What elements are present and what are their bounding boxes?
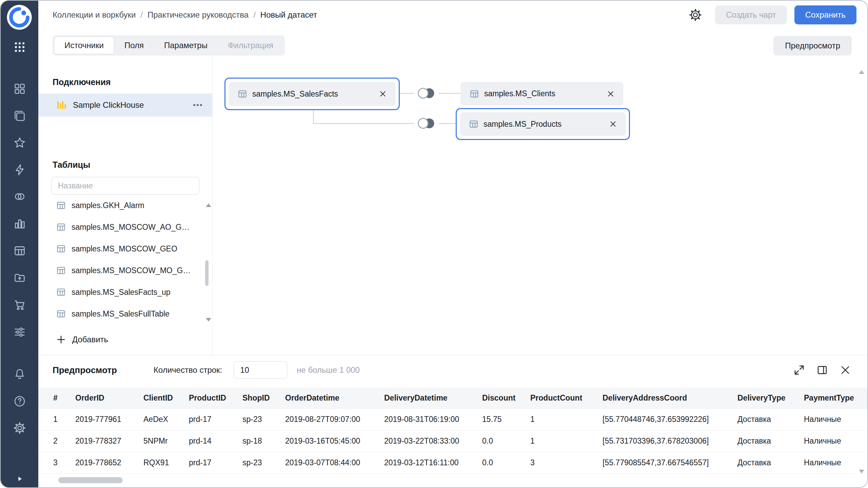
remove-node-icon[interactable] [379,90,387,98]
preview-cell: Наличные [804,415,867,424]
breadcrumb-collections[interactable]: Коллекции и воркбуки [53,10,136,20]
preview-cell: [55.731703396,37.678203006] [603,436,737,446]
preview-cell: 2019-03-16T05:45:00 [285,436,384,446]
preview-column-header: ProductCount [530,393,603,403]
charts-icon[interactable] [1,217,38,230]
preview-cell: Доставка [737,436,804,446]
table-name: samples.MS_SalesFullTable [72,309,170,319]
node-selection: samples.MS_SalesFacts [224,78,400,110]
table-list-item[interactable]: samples.MS_SalesFacts_up [38,281,212,303]
list-scrollbar-thumb[interactable] [205,260,209,286]
remove-node-icon[interactable] [607,90,615,98]
table-icon [56,287,66,297]
preview-column-header: OrderDatetime [285,393,384,403]
preview-row: 12019-777961AeDeXprd-17sp-232019-08-27T0… [38,409,867,430]
table-name: samples.MS_MOSCOW_GEO [72,244,177,253]
tables-title: Таблицы [53,160,90,170]
collections-icon[interactable] [1,109,38,122]
table-list-item[interactable]: samples.MS_MOSCOW_AO_G… [38,216,212,238]
table-icon [237,89,248,99]
notifications-icon[interactable] [1,368,38,381]
table-search-input[interactable] [52,177,199,195]
canvas-scroll-up-arrow[interactable] [859,70,864,74]
preview-cell: 1 [530,415,603,424]
preview-toggle-button[interactable]: Предпросмотр [773,36,852,56]
tab-sources[interactable]: Источники [54,37,114,54]
tab-fields[interactable]: Поля [114,37,154,54]
preview-column-header: DeliveryAddressCoord [603,393,737,403]
preview-cell: [55.770448746,37.653992226] [603,415,737,424]
preview-cell: 3 [530,458,603,467]
table-list-item[interactable]: samples.MS_SalesFullTable [38,303,212,325]
plus-icon [56,334,66,345]
apps-grid-icon[interactable] [1,41,38,54]
preview-column-header: OrderID [75,393,143,403]
list-scroll-up-arrow[interactable] [206,203,211,207]
marketplace-icon[interactable] [1,299,38,311]
table-name: samples.GKH_Alarm [72,201,144,210]
preview-cell: 2 [53,436,75,446]
dashboards-icon[interactable] [1,244,38,257]
settings-gear-icon[interactable] [1,422,38,434]
preview-cell: 0.0 [482,458,530,467]
source-node-products[interactable]: samples.MS_Products [460,113,626,136]
tab-parameters[interactable]: Параметры [154,37,218,54]
node-label: samples.MS_Products [484,120,561,129]
preview-cell: 0.0 [482,436,530,446]
preview-row: 32019-778652RQX91prd-17sp-232019-03-07T0… [38,452,867,474]
table-list-item[interactable]: samples.MS_MOSCOW_GEO [38,238,212,260]
breadcrumb-current: Новый датасет [260,10,317,20]
preview-cell: Наличные [804,436,867,446]
breadcrumb-separator: / [253,10,256,20]
connections-panel: Подключения Sample ClickHouse Таблицы sa… [38,56,213,355]
preview-column-header: ProductID [189,393,242,403]
preview-cell: Доставка [737,458,804,467]
list-scroll-down-arrow[interactable] [206,318,211,322]
join-icon[interactable] [414,85,438,101]
preview-cell: 2019-778327 [75,436,143,446]
connections-title: Подключения [53,77,111,87]
connection-menu-icon[interactable] [192,99,203,111]
preview-column-header: ShopID [242,393,285,403]
add-table-button[interactable]: Добавить [56,331,108,348]
join-icon[interactable] [414,115,438,131]
preview-title: Предпросмотр [53,365,117,375]
row-count-input[interactable] [234,361,287,379]
breadcrumb-guides[interactable]: Практические руководства [147,10,249,20]
connections-icon[interactable] [1,163,38,176]
preview-column-header: # [53,393,75,403]
preview-cell: 2019-777961 [75,415,143,424]
source-node-salesfacts[interactable]: samples.MS_SalesFacts [229,82,395,106]
datasets-icon[interactable] [1,190,38,203]
preview-table: #OrderIDClientIDProductIDShopIDOrderDate… [38,388,867,474]
table-list-item[interactable]: samples.GKH_Alarm [38,195,212,216]
close-preview-icon[interactable] [840,364,851,376]
table-list-item[interactable]: samples.MS_MOSCOW_MO_G… [38,260,212,281]
table-icon [469,119,479,129]
expand-preview-icon[interactable] [793,364,805,376]
table-icon [56,222,66,232]
source-node-clients[interactable]: samples.MS_Clients [461,82,623,105]
breadcrumb-separator: / [140,10,143,20]
canvas-scroll-down-arrow[interactable] [859,470,864,473]
panel-layout-icon[interactable] [816,364,828,376]
help-icon[interactable] [1,395,38,408]
dataset-settings-gear-icon[interactable] [689,8,702,22]
relation-line [313,110,314,124]
favorites-icon[interactable] [1,136,38,149]
tab-group: Источники Поля Параметры Фильтрация [53,35,285,56]
table-name: samples.MS_MOSCOW_MO_G… [72,266,191,275]
datalens-logo-icon[interactable] [6,4,33,31]
preview-cell: 3 [53,458,75,467]
collapse-sidebar-button[interactable] [1,474,38,484]
remove-node-icon[interactable] [609,120,617,128]
connection-item[interactable]: Sample ClickHouse [38,94,212,117]
preview-cell: AeDeX [143,415,189,424]
row-count-hint: не больше 1 000 [297,365,360,375]
save-button[interactable]: Сохранить [794,5,856,24]
services-icon[interactable] [1,326,38,339]
preview-cell: RQX91 [143,458,189,467]
workbooks-icon[interactable] [1,82,38,95]
horizontal-scrollbar-thumb[interactable] [58,477,123,483]
files-icon[interactable] [1,271,38,284]
